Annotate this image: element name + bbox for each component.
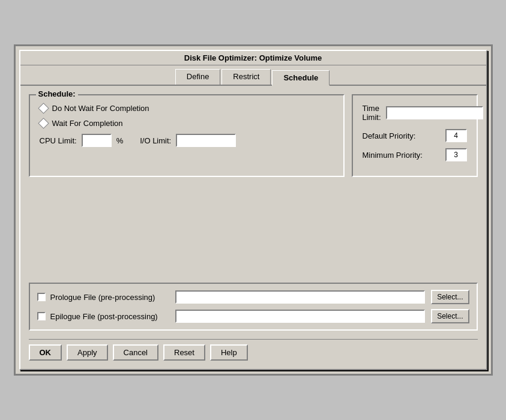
prologue-checkbox-area: Prologue File (pre-processing) — [37, 293, 169, 302]
reset-button[interactable]: Reset — [163, 344, 205, 361]
default-priority-row: Default Priority: — [363, 129, 467, 142]
cancel-button[interactable]: Cancel — [113, 344, 158, 361]
epilogue-checkbox[interactable] — [37, 312, 46, 320]
title-bar: Disk File Optimizer: Optimize Volume — [20, 51, 486, 65]
default-priority-label: Default Priority: — [363, 131, 445, 140]
limits-row: CPU Limit: % I/O Limit: — [40, 134, 334, 147]
epilogue-row: Epilogue File (post-processing) Select..… — [37, 309, 469, 323]
io-limit-label: I/O Limit: — [140, 136, 171, 145]
schedule-left-panel: Schedule: Do Not Wait For Completion Wai… — [29, 94, 345, 177]
prologue-select-button[interactable]: Select... — [431, 290, 469, 304]
prologue-label: Prologue File (pre-processing) — [50, 293, 155, 302]
time-limit-row: Time Limit: — [363, 104, 467, 122]
prologue-row: Prologue File (pre-processing) Select... — [37, 290, 469, 304]
bottom-buttons: OK Apply Cancel Reset Help — [29, 339, 478, 363]
epilogue-checkbox-area: Epilogue File (post-processing) — [37, 312, 169, 321]
time-limit-input[interactable] — [386, 106, 483, 119]
radio-no-wait-label: Do Not Wait For Completion — [52, 104, 149, 113]
io-limit-input[interactable] — [176, 134, 236, 147]
percent-sign: % — [116, 136, 124, 145]
content-area: Schedule: Do Not Wait For Completion Wai… — [20, 86, 486, 369]
cpu-limit-input[interactable] — [82, 134, 112, 147]
files-section: Prologue File (pre-processing) Select...… — [29, 283, 478, 331]
tab-define[interactable]: Define — [175, 69, 221, 85]
schedule-right-panel: Time Limit: Default Priority: Minimum Pr… — [352, 94, 478, 177]
dialog-window: Disk File Optimizer: Optimize Volume Def… — [19, 50, 487, 370]
radio-row-no-wait: Do Not Wait For Completion — [40, 104, 334, 113]
ok-button[interactable]: OK — [29, 344, 62, 361]
radio-wait-label: Wait For Completion — [52, 119, 123, 128]
epilogue-file-input[interactable] — [175, 310, 426, 323]
schedule-section: Schedule: Do Not Wait For Completion Wai… — [29, 94, 478, 177]
epilogue-label: Epilogue File (post-processing) — [50, 312, 158, 321]
middle-spacer — [29, 187, 478, 283]
epilogue-select-button[interactable]: Select... — [431, 309, 469, 323]
minimum-priority-row: Minimum Priority: — [363, 148, 467, 161]
minimum-priority-input[interactable] — [445, 148, 467, 161]
prologue-checkbox[interactable] — [37, 293, 46, 301]
radio-wait[interactable] — [38, 118, 49, 128]
help-button[interactable]: Help — [210, 344, 248, 361]
cpu-limit-label: CPU Limit: — [40, 136, 77, 145]
tabs-container: Define Restrict Schedule — [20, 65, 486, 86]
prologue-file-input[interactable] — [175, 290, 426, 304]
minimum-priority-label: Minimum Priority: — [363, 151, 445, 160]
schedule-section-label: Schedule: — [36, 89, 78, 98]
window-title: Disk File Optimizer: Optimize Volume — [184, 53, 322, 62]
apply-button[interactable]: Apply — [67, 344, 108, 361]
radio-row-wait: Wait For Completion — [40, 119, 334, 128]
default-priority-input[interactable] — [445, 129, 467, 142]
time-limit-label: Time Limit: — [363, 104, 381, 122]
tab-schedule[interactable]: Schedule — [272, 70, 330, 86]
tab-restrict[interactable]: Restrict — [221, 69, 271, 85]
main-window: Disk File Optimizer: Optimize Volume Def… — [14, 44, 493, 376]
radio-no-wait[interactable] — [38, 103, 49, 113]
